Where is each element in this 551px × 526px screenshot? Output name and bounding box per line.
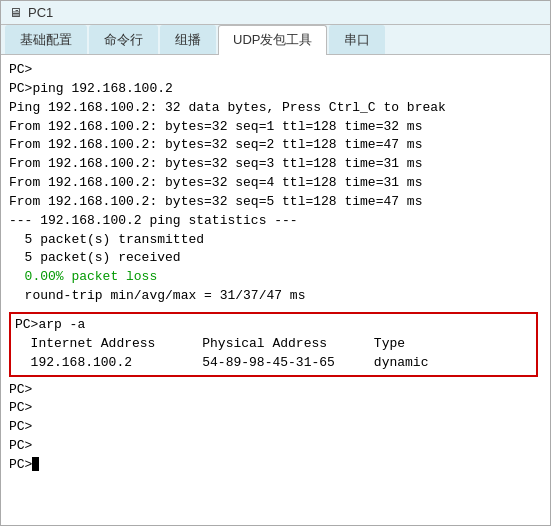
window-icon: 🖥 <box>9 5 22 20</box>
footer-cursor: PC> <box>9 456 542 475</box>
footer-1: PC> <box>9 399 542 418</box>
tab-command-line[interactable]: 命令行 <box>89 25 158 54</box>
arp-header: Internet Address Physical Address Type <box>15 335 532 354</box>
arp-row: 192.168.100.2 54-89-98-45-31-65 dynamic <box>15 354 532 373</box>
title-bar: 🖥 PC1 <box>1 1 550 25</box>
footer-3: PC> <box>9 437 542 456</box>
line-seq1: From 192.168.100.2: bytes=32 seq=1 ttl=1… <box>9 118 542 137</box>
line-seq5: From 192.168.100.2: bytes=32 seq=5 ttl=1… <box>9 193 542 212</box>
line-seq2: From 192.168.100.2: bytes=32 seq=2 ttl=1… <box>9 136 542 155</box>
line-packet-loss: 0.00% packet loss <box>9 268 542 287</box>
line-seq4: From 192.168.100.2: bytes=32 seq=4 ttl=1… <box>9 174 542 193</box>
line-transmitted: 5 packet(s) transmitted <box>9 231 542 250</box>
cursor <box>32 457 39 471</box>
line-0: PC> <box>9 61 542 80</box>
tab-serial[interactable]: 串口 <box>329 25 385 54</box>
tab-multicast[interactable]: 组播 <box>160 25 216 54</box>
line-ping-header: Ping 192.168.100.2: 32 data bytes, Press… <box>9 99 542 118</box>
terminal[interactable]: PC> PC>ping 192.168.100.2 Ping 192.168.1… <box>1 55 550 525</box>
arp-box: PC>arp -a Internet Address Physical Addr… <box>9 312 538 377</box>
tab-udp-tool[interactable]: UDP发包工具 <box>218 25 327 55</box>
tab-basic-config[interactable]: 基础配置 <box>5 25 87 54</box>
footer-2: PC> <box>9 418 542 437</box>
line-round-trip: round-trip min/avg/max = 31/37/47 ms <box>9 287 542 306</box>
line-1: PC>ping 192.168.100.2 <box>9 80 542 99</box>
arp-cmd: PC>arp -a <box>15 316 532 335</box>
line-stats-header: --- 192.168.100.2 ping statistics --- <box>9 212 542 231</box>
line-seq3: From 192.168.100.2: bytes=32 seq=3 ttl=1… <box>9 155 542 174</box>
tab-bar: 基础配置 命令行 组播 UDP发包工具 串口 <box>1 25 550 55</box>
line-received: 5 packet(s) received <box>9 249 542 268</box>
footer-0: PC> <box>9 381 542 400</box>
window: 🖥 PC1 基础配置 命令行 组播 UDP发包工具 串口 PC> PC>ping… <box>0 0 551 526</box>
window-title: PC1 <box>28 5 53 20</box>
